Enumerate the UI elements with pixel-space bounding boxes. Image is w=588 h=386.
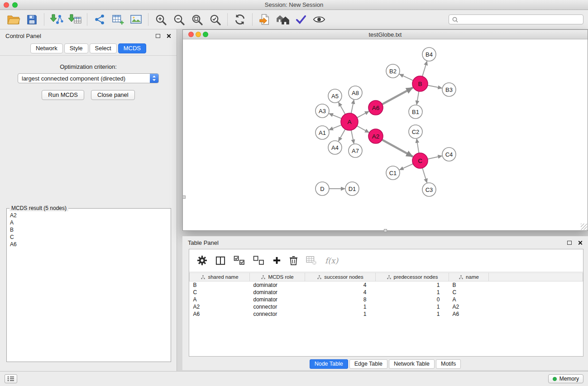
network-edge-C-C2[interactable] <box>417 139 419 153</box>
column-header-predecessor-nodes[interactable]: predecessor nodes <box>376 273 449 281</box>
refresh-layout-button[interactable] <box>231 12 249 27</box>
select-all-rows-button[interactable] <box>234 256 245 265</box>
home-button[interactable] <box>274 12 292 27</box>
mcds-result-item[interactable]: A6 <box>10 241 167 248</box>
search-box[interactable] <box>449 14 583 24</box>
deselect-all-rows-button[interactable] <box>253 256 264 265</box>
resize-handle-icon[interactable] <box>581 224 587 230</box>
function-builder-button[interactable]: f(x) <box>325 256 338 265</box>
close-panel-icon[interactable] <box>166 33 171 38</box>
tab-network-table[interactable]: Network Table <box>389 359 435 369</box>
network-canvas-area[interactable]: AA6A2BCA5A8A3A1A4A7B2B4B3B1C2C4C1C3DD1 <box>183 39 588 230</box>
task-history-button[interactable] <box>5 374 17 383</box>
minimize-network-window-icon[interactable] <box>196 32 201 37</box>
delete-columns-button[interactable] <box>289 256 298 266</box>
network-node-C[interactable]: C <box>412 153 428 168</box>
zoom-in-button[interactable] <box>152 12 170 27</box>
zoom-window-icon[interactable] <box>12 2 18 8</box>
close-network-window-icon[interactable] <box>188 32 194 37</box>
mcds-result-item[interactable]: A <box>10 219 167 226</box>
column-header-name[interactable]: name <box>449 273 489 281</box>
close-window-icon[interactable] <box>4 2 9 8</box>
network-edge-A-A7[interactable] <box>351 130 354 144</box>
network-canvas[interactable]: AA6A2BCA5A8A3A1A4A7B2B4B3B1C2C4C1C3DD1 <box>183 39 588 230</box>
network-edge-A-A6[interactable] <box>357 111 369 118</box>
network-node-C2[interactable]: C2 <box>409 125 422 138</box>
network-edge-C-C3[interactable] <box>422 168 427 183</box>
tab-motifs[interactable]: Motifs <box>436 359 461 369</box>
network-edge-A2-C[interactable] <box>382 140 413 157</box>
import-table-from-file-button[interactable] <box>66 12 84 27</box>
network-window-titlebar[interactable]: testGlobe.txt <box>183 30 588 39</box>
network-node-A1[interactable]: A1 <box>316 126 329 139</box>
tab-edge-table[interactable]: Edge Table <box>349 359 387 369</box>
zoom-selected-button[interactable] <box>206 12 224 27</box>
table-row[interactable]: A6connector11A6 <box>190 310 583 318</box>
optimization-dropdown[interactable]: largest connected component (directed) <box>18 73 159 83</box>
add-column-button[interactable] <box>272 256 281 265</box>
save-session-button[interactable] <box>23 12 41 27</box>
import-network-from-file-button[interactable] <box>48 12 66 27</box>
tab-network[interactable]: Network <box>30 43 63 53</box>
network-edge-A-A5[interactable] <box>339 102 345 114</box>
network-node-A5[interactable]: A5 <box>328 89 342 103</box>
table-row[interactable]: Cdominator41C <box>190 289 583 296</box>
network-node-A3[interactable]: A3 <box>316 104 329 118</box>
run-mcds-button[interactable]: Run MCDS <box>42 90 84 100</box>
search-input[interactable] <box>460 16 580 23</box>
table-settings-button[interactable] <box>197 255 207 266</box>
annotation-button[interactable] <box>292 12 310 27</box>
network-edge-A-A4[interactable] <box>339 129 345 141</box>
table-row[interactable]: Bdominator41B <box>190 281 583 289</box>
network-edge-A-A1[interactable] <box>329 125 342 130</box>
zoom-out-button[interactable] <box>170 12 188 27</box>
close-table-panel-icon[interactable] <box>578 240 583 245</box>
network-node-C3[interactable]: C3 <box>422 183 436 196</box>
window-edge-handle[interactable] <box>384 229 387 232</box>
network-node-C4[interactable]: C4 <box>442 148 456 161</box>
network-node-C1[interactable]: C1 <box>386 166 400 180</box>
table-row[interactable]: A2connector11A2 <box>190 303 583 310</box>
network-edge-A-A3[interactable] <box>329 114 342 119</box>
network-node-A2[interactable]: A2 <box>368 129 383 143</box>
mcds-result-item[interactable]: B <box>10 226 167 234</box>
open-session-button[interactable] <box>5 12 23 27</box>
new-network-button[interactable] <box>91 12 109 27</box>
network-edge-B-B3[interactable] <box>428 85 442 88</box>
network-node-B3[interactable]: B3 <box>442 83 456 96</box>
network-edge-A-A2[interactable] <box>357 126 369 133</box>
network-edge-A-A8[interactable] <box>351 100 354 114</box>
network-edge-A6-B[interactable] <box>382 88 413 105</box>
network-node-B4[interactable]: B4 <box>422 48 436 61</box>
network-edge-C-C1[interactable] <box>400 164 413 170</box>
column-header-shared-name[interactable]: shared name <box>190 273 250 281</box>
column-header-successor-nodes[interactable]: successor nodes <box>305 273 376 281</box>
node-table[interactable]: shared nameMCDS rolesuccessor nodesprede… <box>189 272 583 356</box>
network-node-D1[interactable]: D1 <box>345 182 359 195</box>
mcds-result-list[interactable]: A2ABCA6 <box>7 209 171 251</box>
export-image-button[interactable] <box>127 12 145 27</box>
column-header-MCDS-role[interactable]: MCDS role <box>250 273 305 281</box>
mcds-result-item[interactable]: C <box>10 234 167 241</box>
memory-button[interactable]: Memory <box>548 374 583 383</box>
network-node-B[interactable]: B <box>412 76 428 91</box>
mcds-result-item[interactable]: A2 <box>10 212 167 219</box>
float-panel-icon[interactable] <box>156 34 160 38</box>
window-edge-handle[interactable] <box>182 195 186 199</box>
network-edge-B-B1[interactable] <box>417 91 419 105</box>
new-table-button[interactable] <box>109 12 127 27</box>
network-edge-B-B2[interactable] <box>400 74 413 81</box>
zoom-network-window-icon[interactable] <box>203 32 208 37</box>
network-node-B2[interactable]: B2 <box>386 64 400 78</box>
zoom-fit-button[interactable] <box>188 12 206 27</box>
show-graphics-button[interactable] <box>310 12 328 27</box>
network-edge-B-B4[interactable] <box>422 61 427 76</box>
network-node-A[interactable]: A <box>341 113 358 130</box>
tab-node-table[interactable]: Node Table <box>310 359 348 369</box>
network-node-B1[interactable]: B1 <box>409 105 422 119</box>
network-node-A7[interactable]: A7 <box>349 144 362 157</box>
open-recent-file-button[interactable] <box>256 12 274 27</box>
network-node-A8[interactable]: A8 <box>349 86 362 100</box>
network-node-A6[interactable]: A6 <box>368 100 383 115</box>
tab-mcds[interactable]: MCDS <box>118 43 146 53</box>
